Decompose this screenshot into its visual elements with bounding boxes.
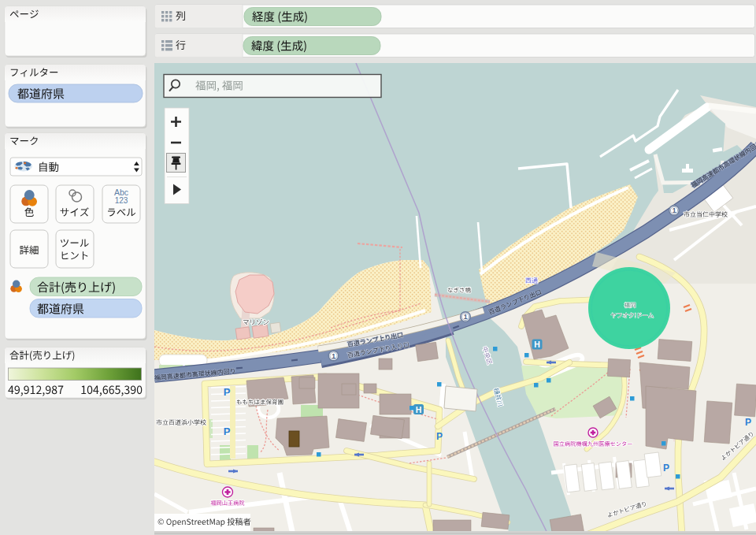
- svg-text:P: P: [224, 386, 231, 398]
- svg-text:P: P: [224, 425, 231, 437]
- svg-text:P: P: [436, 431, 443, 442]
- svg-text:H: H: [534, 340, 540, 349]
- svg-text:1: 1: [332, 352, 335, 360]
- svg-text:1: 1: [464, 313, 468, 321]
- svg-text:H: H: [416, 405, 422, 414]
- svg-text:P: P: [745, 417, 751, 428]
- svg-text:123: 123: [115, 196, 128, 205]
- svg-text:1: 1: [673, 206, 676, 214]
- svg-text:P: P: [663, 463, 669, 474]
